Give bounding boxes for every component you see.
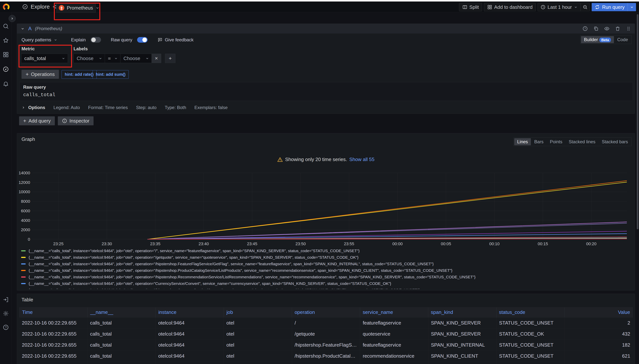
axis-tick-label: 23:45 [247, 242, 257, 246]
axis-tick-label: 10000 [19, 190, 30, 194]
column-header-time[interactable]: Time [20, 308, 88, 317]
remove-query-trash-icon[interactable] [615, 26, 620, 32]
drag-handle-icon[interactable] [626, 26, 631, 32]
table-cell: otel [224, 340, 292, 350]
legend-item[interactable]: {__name__="calls_total", instance="otelc… [21, 248, 631, 254]
remove-label-filter-button[interactable]: × [152, 54, 161, 63]
axis-tick-label: 23:55 [344, 242, 354, 246]
gear-icon[interactable] [2, 310, 9, 317]
hint-add-sum-button[interactable]: hint: add sum() [92, 70, 129, 79]
show-all-series-link[interactable]: Show all 55 [349, 156, 374, 162]
legend-item[interactable]: {__name__="calls_total", instance="otelc… [21, 260, 631, 267]
apps-grid-icon [487, 4, 492, 10]
column-header-status-code[interactable]: status_code [496, 308, 564, 317]
star-icon[interactable] [2, 37, 9, 44]
legend-item[interactable]: {__name__="calls_total", instance="otelc… [21, 274, 631, 280]
search-icon[interactable] [2, 23, 9, 30]
table-cell: otel [224, 328, 292, 339]
query-editor-card: A (Prometheus) ? [17, 24, 635, 114]
builder-tab[interactable]: BuilderBeta [581, 36, 614, 43]
operations-button[interactable]: + Operations [22, 70, 59, 79]
add-label-filter-button[interactable]: + [165, 54, 176, 63]
chevron-down-icon [61, 56, 66, 60]
graph-mode-stacked-lines[interactable]: Stacked lines [566, 138, 598, 145]
explore-compass-icon[interactable] [2, 66, 9, 72]
page-scrollbar[interactable] [637, 14, 638, 229]
add-to-dashboard-button[interactable]: Add to dashboard [484, 3, 536, 11]
chevron-down-icon [114, 56, 118, 60]
column-header-service-name[interactable]: service_name [360, 308, 428, 317]
alerting-bell-icon[interactable] [2, 80, 9, 87]
run-query-button[interactable]: Run query [592, 3, 636, 11]
metric-select[interactable]: calls_total [21, 54, 68, 63]
query-row-header[interactable]: A (Prometheus) ? [17, 24, 635, 34]
axis-tick-label: 14000 [19, 170, 30, 175]
table-cell: STATUS_CODE_UNSET [496, 340, 564, 350]
inspector-button[interactable]: Inspector [58, 116, 94, 125]
time-range-picker[interactable]: Last 1 hour [538, 3, 580, 11]
table-cell: /hipstershop.RecommendationService/ListR… [292, 362, 360, 364]
time-series-chart[interactable]: 0200040006000800010000120001400023:2523:… [17, 168, 635, 247]
label-key-select[interactable]: Choose [74, 54, 105, 63]
zoom-out-time-button[interactable] [580, 3, 590, 11]
raw-query-toggle[interactable] [137, 37, 148, 43]
query-patterns-dropdown[interactable]: Query patterns [22, 37, 51, 42]
give-feedback-link[interactable]: Give feedback [157, 37, 194, 42]
run-query-dropdown[interactable] [628, 3, 636, 11]
legend-series-label: {__name__="calls_total", instance="otelc… [28, 255, 358, 260]
table-row: 2022-10-16 00:22:29.655calls_totalotelco… [19, 350, 633, 362]
options-expander[interactable]: Options [22, 105, 45, 110]
add-to-dashboard-label: Add to dashboard [494, 4, 532, 10]
split-button[interactable]: Split [459, 3, 482, 11]
axis-tick-label: 00:20 [586, 242, 596, 246]
sign-in-icon[interactable] [2, 296, 9, 303]
hide-response-eye-icon[interactable] [604, 26, 610, 32]
graph-mode-bars[interactable]: Bars [531, 138, 546, 145]
column-header-span-kind[interactable]: span_kind [428, 308, 496, 317]
label-operator-select[interactable]: = [105, 54, 120, 63]
graph-mode-stacked-bars[interactable]: Stacked bars [599, 138, 631, 145]
table-row: 2022-10-16 00:22:29.655calls_totalotelco… [19, 340, 633, 350]
duplicate-query-icon[interactable] [593, 26, 599, 32]
legend-series-label: {__name__="calls_total", instance="otelc… [28, 288, 420, 289]
grafana-logo[interactable] [2, 2, 11, 12]
column-header-instance[interactable]: instance [156, 308, 224, 317]
sync-icon [595, 4, 600, 10]
query-option-meta: Step: auto [136, 105, 156, 110]
help-icon[interactable]: ? [2, 324, 9, 331]
expand-sidebar-button[interactable] [8, 15, 16, 22]
legend-color-marker [21, 283, 26, 284]
graph-mode-points[interactable]: Points [547, 138, 565, 145]
table-cell: SPAN_KIND_SERVER [428, 318, 496, 328]
query-datasource-hint: (Prometheus) [35, 26, 62, 31]
explain-toggle[interactable] [90, 37, 101, 43]
legend-item[interactable]: {__name__="calls_total", instance="otelc… [21, 280, 631, 287]
column-header-job[interactable]: job [224, 308, 292, 317]
table-cell: calls_total [87, 318, 156, 328]
chevron-down-icon [95, 6, 100, 10]
legend-item[interactable]: {__name__="calls_total", instance="otelc… [21, 287, 631, 289]
graph-style-switcher: LinesBarsPointsStacked linesStacked bars [514, 138, 632, 146]
legend-item[interactable]: {__name__="calls_total", instance="otelc… [21, 267, 631, 274]
query-help-icon[interactable]: ? [582, 26, 588, 32]
hint-add-rate-button[interactable]: hint: add rate() [62, 70, 97, 79]
legend-color-marker [21, 276, 26, 278]
query-option-meta: Format: Time series [88, 105, 128, 110]
column-header---name--[interactable]: __name__ [88, 308, 156, 317]
label-value-select[interactable]: Choose [120, 54, 152, 63]
dashboards-icon[interactable] [2, 51, 9, 58]
table-cell: / [292, 318, 360, 328]
axis-tick-label: 2000 [21, 228, 30, 232]
column-header-operation[interactable]: operation [292, 308, 360, 317]
svg-text:?: ? [5, 326, 6, 329]
code-tab[interactable]: Code [614, 36, 631, 43]
datasource-picker[interactable]: Prometheus [56, 3, 96, 13]
table-cell: 2022-10-16 00:22:29.655 [19, 318, 87, 328]
graph-mode-lines[interactable]: Lines [514, 138, 531, 145]
legend-color-marker [21, 257, 26, 258]
collapse-chevron-icon[interactable] [20, 26, 25, 31]
legend-item[interactable]: {__name__="calls_total", instance="otelc… [21, 254, 631, 260]
table-panel-title: Table [22, 297, 33, 303]
add-query-button[interactable]: + Add query [19, 116, 55, 125]
column-header-value[interactable]: Value [564, 308, 633, 317]
